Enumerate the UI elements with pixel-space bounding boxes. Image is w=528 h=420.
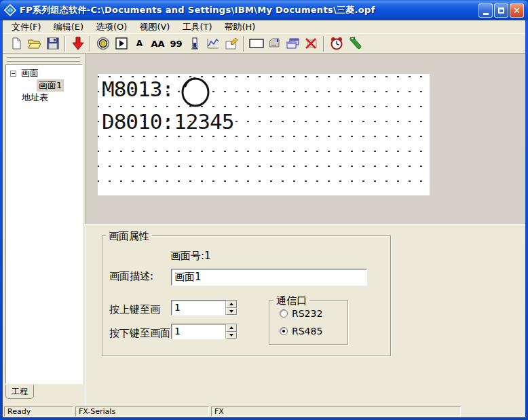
window-border-right — [525, 20, 528, 417]
window-title: FP系列组态软件-C:\Documents and Settings\IBM\M… — [20, 4, 475, 16]
titlebar: FP系列组态软件-C:\Documents and Settings\IBM\M… — [0, 0, 528, 20]
toolbar-separator — [64, 36, 66, 52]
toolbar: A AA 99 — [3, 34, 525, 54]
close-button[interactable]: ✕ — [510, 3, 524, 18]
down-key-value: 1 — [172, 324, 225, 339]
toolbar-separator — [323, 36, 324, 52]
window-cascade-icon[interactable] — [284, 35, 302, 52]
minimize-icon — [483, 13, 489, 15]
lamp-circle-object[interactable] — [181, 75, 210, 108]
status-plc-series: FX-Serials — [75, 406, 209, 417]
radio-unselected-icon[interactable] — [280, 309, 288, 318]
screen-canvas[interactable]: M8013: D8010:12345 — [98, 74, 430, 195]
tree-node-screens[interactable]: 画面 — [6, 67, 82, 79]
menu-edit[interactable]: 编辑(E) — [48, 20, 90, 34]
status-plc-type: FX — [211, 406, 461, 417]
tree-node-screen1[interactable]: 画面1 — [6, 79, 82, 92]
project-panel: 画面 画面1 地址表 工程 — [3, 54, 86, 405]
save-file-icon[interactable] — [43, 35, 62, 52]
down-key-spinner[interactable]: 1 — [171, 324, 238, 339]
menu-view[interactable]: 视图(V) — [133, 20, 176, 34]
download-to-plc-icon[interactable] — [69, 35, 87, 52]
screen-description-label: 画面描述: — [109, 270, 153, 283]
toolbar-separator — [243, 36, 244, 52]
menu-file[interactable]: 文件(F) — [5, 20, 48, 34]
menu-help[interactable]: 帮助(H) — [219, 20, 262, 34]
group-title: 画面属性 — [106, 230, 152, 243]
close-icon: ✕ — [513, 5, 521, 16]
canvas-text-m8013[interactable]: M8013: — [102, 75, 174, 102]
screen-properties-group: 画面属性 画面号:1 画面描述: 按上键至画 1 按下键至画面: 1 — [102, 235, 391, 356]
open-file-icon[interactable] — [25, 35, 43, 52]
screen-jump-icon[interactable] — [265, 35, 284, 52]
big-text-icon[interactable]: AA — [149, 35, 167, 52]
status-ready: Ready — [4, 406, 73, 417]
down-arrow-icon — [229, 334, 233, 337]
up-arrow-icon — [229, 326, 233, 329]
up-key-value: 1 — [172, 301, 225, 315]
rectangle-tool-icon[interactable] — [247, 35, 265, 52]
up-key-label: 按上键至画 — [109, 303, 160, 316]
alarm-clock-icon[interactable] — [327, 35, 345, 52]
properties-panel: 画面属性 画面号:1 画面描述: 按上键至画 1 按下键至画面: 1 — [86, 224, 525, 405]
radio-rs232[interactable]: RS232 — [280, 308, 322, 319]
register-edit-icon[interactable] — [222, 35, 240, 52]
main-area: M8013: D8010:12345 画面属性 画面号:1 画面描述: 按上键至… — [86, 54, 525, 405]
tree-node-address-table[interactable]: 地址表 — [6, 92, 82, 104]
window-border-bottom — [0, 417, 528, 420]
radio-rs485[interactable]: RS485 — [280, 326, 322, 337]
system-settings-wrench-icon[interactable] — [345, 35, 364, 52]
panel-grip[interactable] — [7, 56, 80, 58]
menu-options[interactable]: 选项(O) — [90, 20, 133, 34]
spin-up-button[interactable] — [226, 324, 237, 332]
spin-up-button[interactable] — [226, 301, 237, 308]
up-arrow-icon — [229, 303, 233, 305]
maximize-icon — [498, 7, 504, 14]
down-arrow-icon — [229, 310, 233, 313]
comm-port-title: 通信口 — [274, 294, 309, 307]
maximize-button[interactable] — [494, 3, 508, 18]
trend-chart-icon[interactable] — [204, 35, 222, 52]
canvas-text-d8010[interactable]: D8010:12345 — [102, 108, 233, 135]
radio-selected-icon[interactable] — [280, 327, 288, 335]
minimize-button[interactable] — [478, 3, 493, 18]
collapse-icon[interactable] — [10, 71, 16, 77]
panel-grip[interactable] — [7, 60, 80, 62]
menubar: 文件(F) 编辑(E) 选项(O) 视图(V) 工具(T) 帮助(H) — [3, 20, 525, 34]
app-diamond-icon[interactable] — [4, 4, 16, 16]
window-body: 文件(F) 编辑(E) 选项(O) 视图(V) 工具(T) 帮助(H) A AA… — [3, 20, 525, 417]
down-key-label: 按下键至画面: — [109, 327, 174, 340]
project-tab[interactable]: 工程 — [5, 385, 34, 399]
comm-port-group: 通信口 RS232 RS485 — [269, 300, 348, 345]
delete-screen-icon[interactable] — [302, 35, 320, 52]
mdi-background: M8013: D8010:12345 — [86, 54, 525, 224]
static-text-icon[interactable]: A — [130, 35, 149, 52]
project-tree: 画面 画面1 地址表 — [5, 64, 83, 384]
new-document-icon[interactable] — [7, 35, 25, 52]
numeric-display-icon[interactable]: 99 — [167, 35, 185, 52]
screen-number-label: 画面号:1 — [170, 250, 211, 263]
lamp-indicator-icon[interactable] — [94, 35, 112, 52]
spin-down-button[interactable] — [226, 332, 237, 339]
statusbar: Ready FX-Serials FX — [3, 405, 525, 417]
spin-down-button[interactable] — [226, 308, 237, 316]
bar-display-icon[interactable] — [185, 35, 204, 52]
function-key-icon[interactable] — [112, 35, 130, 52]
screen-description-input[interactable] — [171, 269, 367, 286]
toolbar-separator — [90, 36, 91, 52]
menu-tools[interactable]: 工具(T) — [176, 20, 218, 34]
up-key-spinner[interactable]: 1 — [171, 300, 238, 316]
